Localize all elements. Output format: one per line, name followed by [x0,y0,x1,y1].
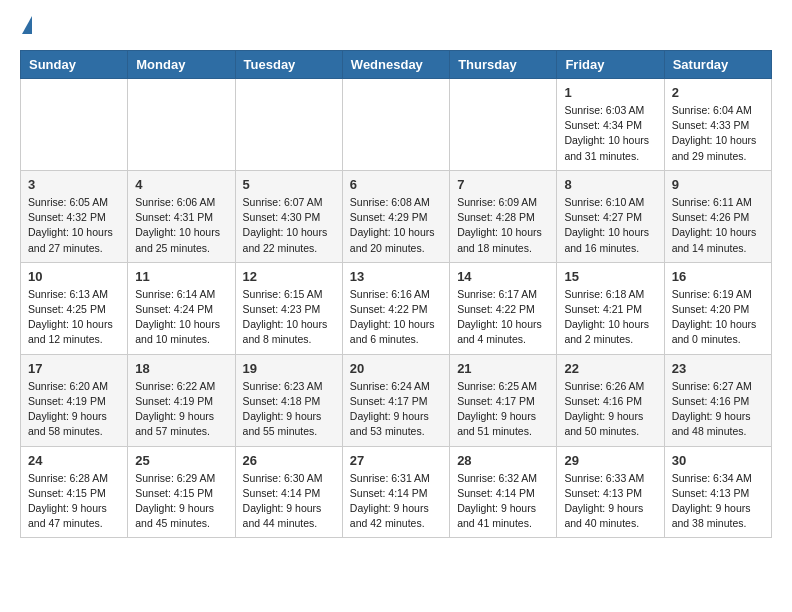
calendar-cell: 18Sunrise: 6:22 AM Sunset: 4:19 PM Dayli… [128,354,235,446]
day-number: 24 [28,453,120,468]
day-info: Sunrise: 6:25 AM Sunset: 4:17 PM Dayligh… [457,379,549,440]
day-info: Sunrise: 6:19 AM Sunset: 4:20 PM Dayligh… [672,287,764,348]
calendar-cell: 17Sunrise: 6:20 AM Sunset: 4:19 PM Dayli… [21,354,128,446]
calendar-cell: 15Sunrise: 6:18 AM Sunset: 4:21 PM Dayli… [557,262,664,354]
day-number: 23 [672,361,764,376]
day-info: Sunrise: 6:06 AM Sunset: 4:31 PM Dayligh… [135,195,227,256]
page-header [20,20,772,34]
logo [20,20,32,34]
day-number: 1 [564,85,656,100]
day-number: 28 [457,453,549,468]
calendar-week-row: 17Sunrise: 6:20 AM Sunset: 4:19 PM Dayli… [21,354,772,446]
calendar-cell: 27Sunrise: 6:31 AM Sunset: 4:14 PM Dayli… [342,446,449,538]
calendar-cell: 13Sunrise: 6:16 AM Sunset: 4:22 PM Dayli… [342,262,449,354]
day-info: Sunrise: 6:17 AM Sunset: 4:22 PM Dayligh… [457,287,549,348]
calendar-week-row: 10Sunrise: 6:13 AM Sunset: 4:25 PM Dayli… [21,262,772,354]
day-number: 11 [135,269,227,284]
day-number: 21 [457,361,549,376]
day-number: 25 [135,453,227,468]
day-info: Sunrise: 6:34 AM Sunset: 4:13 PM Dayligh… [672,471,764,532]
calendar-cell: 11Sunrise: 6:14 AM Sunset: 4:24 PM Dayli… [128,262,235,354]
day-number: 30 [672,453,764,468]
day-info: Sunrise: 6:28 AM Sunset: 4:15 PM Dayligh… [28,471,120,532]
day-number: 9 [672,177,764,192]
calendar-cell: 28Sunrise: 6:32 AM Sunset: 4:14 PM Dayli… [450,446,557,538]
calendar-cell: 4Sunrise: 6:06 AM Sunset: 4:31 PM Daylig… [128,170,235,262]
calendar-cell: 12Sunrise: 6:15 AM Sunset: 4:23 PM Dayli… [235,262,342,354]
calendar-cell: 3Sunrise: 6:05 AM Sunset: 4:32 PM Daylig… [21,170,128,262]
weekday-header: Sunday [21,51,128,79]
day-number: 2 [672,85,764,100]
day-info: Sunrise: 6:24 AM Sunset: 4:17 PM Dayligh… [350,379,442,440]
day-number: 20 [350,361,442,376]
day-info: Sunrise: 6:30 AM Sunset: 4:14 PM Dayligh… [243,471,335,532]
day-number: 22 [564,361,656,376]
calendar-cell: 22Sunrise: 6:26 AM Sunset: 4:16 PM Dayli… [557,354,664,446]
day-info: Sunrise: 6:11 AM Sunset: 4:26 PM Dayligh… [672,195,764,256]
day-info: Sunrise: 6:20 AM Sunset: 4:19 PM Dayligh… [28,379,120,440]
weekday-header: Saturday [664,51,771,79]
calendar-cell: 8Sunrise: 6:10 AM Sunset: 4:27 PM Daylig… [557,170,664,262]
weekday-header: Monday [128,51,235,79]
day-number: 12 [243,269,335,284]
day-number: 13 [350,269,442,284]
day-info: Sunrise: 6:29 AM Sunset: 4:15 PM Dayligh… [135,471,227,532]
day-info: Sunrise: 6:10 AM Sunset: 4:27 PM Dayligh… [564,195,656,256]
day-number: 18 [135,361,227,376]
calendar-cell: 1Sunrise: 6:03 AM Sunset: 4:34 PM Daylig… [557,79,664,171]
day-info: Sunrise: 6:22 AM Sunset: 4:19 PM Dayligh… [135,379,227,440]
calendar-cell [342,79,449,171]
day-info: Sunrise: 6:05 AM Sunset: 4:32 PM Dayligh… [28,195,120,256]
calendar-week-row: 3Sunrise: 6:05 AM Sunset: 4:32 PM Daylig… [21,170,772,262]
day-info: Sunrise: 6:15 AM Sunset: 4:23 PM Dayligh… [243,287,335,348]
calendar-cell: 21Sunrise: 6:25 AM Sunset: 4:17 PM Dayli… [450,354,557,446]
weekday-header: Wednesday [342,51,449,79]
day-number: 10 [28,269,120,284]
day-info: Sunrise: 6:13 AM Sunset: 4:25 PM Dayligh… [28,287,120,348]
day-info: Sunrise: 6:09 AM Sunset: 4:28 PM Dayligh… [457,195,549,256]
calendar-cell: 26Sunrise: 6:30 AM Sunset: 4:14 PM Dayli… [235,446,342,538]
calendar-header-row: SundayMondayTuesdayWednesdayThursdayFrid… [21,51,772,79]
calendar-cell: 16Sunrise: 6:19 AM Sunset: 4:20 PM Dayli… [664,262,771,354]
day-info: Sunrise: 6:14 AM Sunset: 4:24 PM Dayligh… [135,287,227,348]
day-info: Sunrise: 6:23 AM Sunset: 4:18 PM Dayligh… [243,379,335,440]
calendar-cell: 23Sunrise: 6:27 AM Sunset: 4:16 PM Dayli… [664,354,771,446]
day-number: 27 [350,453,442,468]
day-number: 7 [457,177,549,192]
calendar-cell [21,79,128,171]
calendar-cell [450,79,557,171]
calendar-cell: 2Sunrise: 6:04 AM Sunset: 4:33 PM Daylig… [664,79,771,171]
day-info: Sunrise: 6:33 AM Sunset: 4:13 PM Dayligh… [564,471,656,532]
day-number: 29 [564,453,656,468]
weekday-header: Tuesday [235,51,342,79]
calendar-cell: 6Sunrise: 6:08 AM Sunset: 4:29 PM Daylig… [342,170,449,262]
day-number: 14 [457,269,549,284]
day-info: Sunrise: 6:27 AM Sunset: 4:16 PM Dayligh… [672,379,764,440]
day-info: Sunrise: 6:26 AM Sunset: 4:16 PM Dayligh… [564,379,656,440]
calendar-cell: 19Sunrise: 6:23 AM Sunset: 4:18 PM Dayli… [235,354,342,446]
day-info: Sunrise: 6:03 AM Sunset: 4:34 PM Dayligh… [564,103,656,164]
calendar-cell: 30Sunrise: 6:34 AM Sunset: 4:13 PM Dayli… [664,446,771,538]
weekday-header: Thursday [450,51,557,79]
calendar-cell: 25Sunrise: 6:29 AM Sunset: 4:15 PM Dayli… [128,446,235,538]
day-info: Sunrise: 6:08 AM Sunset: 4:29 PM Dayligh… [350,195,442,256]
day-info: Sunrise: 6:18 AM Sunset: 4:21 PM Dayligh… [564,287,656,348]
calendar-cell: 20Sunrise: 6:24 AM Sunset: 4:17 PM Dayli… [342,354,449,446]
day-number: 17 [28,361,120,376]
day-number: 6 [350,177,442,192]
day-number: 4 [135,177,227,192]
calendar-cell [128,79,235,171]
day-info: Sunrise: 6:32 AM Sunset: 4:14 PM Dayligh… [457,471,549,532]
calendar-cell: 5Sunrise: 6:07 AM Sunset: 4:30 PM Daylig… [235,170,342,262]
calendar-cell: 9Sunrise: 6:11 AM Sunset: 4:26 PM Daylig… [664,170,771,262]
day-number: 3 [28,177,120,192]
day-number: 16 [672,269,764,284]
calendar-cell [235,79,342,171]
calendar-cell: 14Sunrise: 6:17 AM Sunset: 4:22 PM Dayli… [450,262,557,354]
day-number: 26 [243,453,335,468]
day-info: Sunrise: 6:04 AM Sunset: 4:33 PM Dayligh… [672,103,764,164]
day-number: 8 [564,177,656,192]
day-info: Sunrise: 6:07 AM Sunset: 4:30 PM Dayligh… [243,195,335,256]
calendar-week-row: 24Sunrise: 6:28 AM Sunset: 4:15 PM Dayli… [21,446,772,538]
day-info: Sunrise: 6:16 AM Sunset: 4:22 PM Dayligh… [350,287,442,348]
